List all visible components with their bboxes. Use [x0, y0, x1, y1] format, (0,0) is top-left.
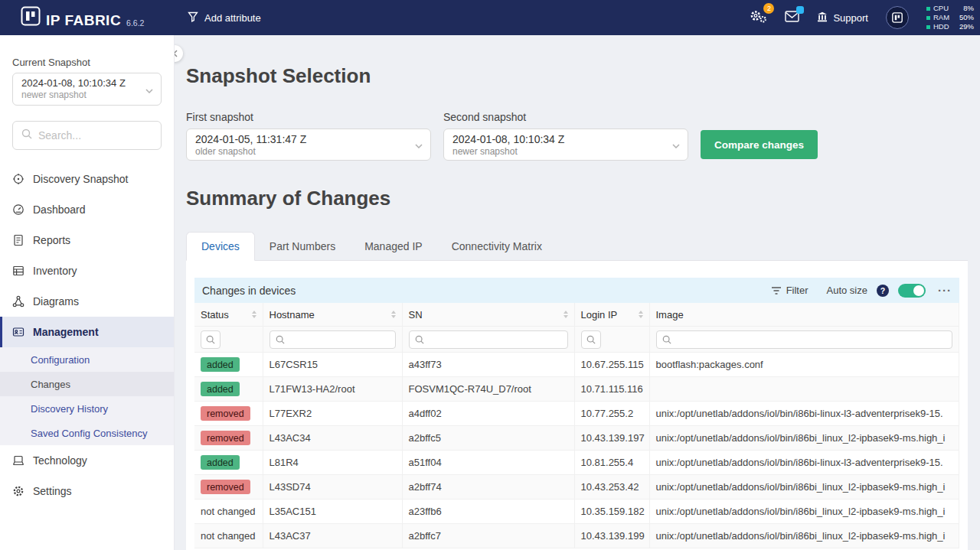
image-cell: unix:/opt/unetlab/addons/iol/bin/i86bi_l… — [649, 475, 959, 500]
table-row[interactable]: added L67CSR15 a43ff73 10.67.255.115 boo… — [194, 353, 959, 377]
add-attribute-button[interactable]: Add attribute — [175, 11, 261, 24]
add-attribute-label: Add attribute — [204, 12, 261, 24]
image-filter-input[interactable] — [656, 330, 953, 349]
sidebar-item-diagrams[interactable]: Diagrams — [0, 286, 174, 317]
system-gears-button[interactable]: 2 — [749, 8, 767, 27]
sort-icon — [634, 311, 643, 318]
hostname-cell: L81R4 — [263, 451, 402, 475]
user-avatar[interactable] — [886, 6, 909, 29]
filter-button[interactable]: Filter — [771, 285, 808, 296]
login-ip-cell: 10.71.115.116 — [574, 377, 649, 402]
chevron-left-icon — [175, 50, 178, 57]
auto-size-label: Auto size — [827, 285, 867, 296]
management-submenu: Configuration Changes Discovery History … — [0, 347, 174, 445]
gears-badge: 2 — [763, 3, 774, 14]
help-icon[interactable]: ? — [877, 285, 889, 297]
table-row[interactable]: removed L43AC34 a2bffc5 10.43.139.197 un… — [194, 426, 959, 451]
auto-size-toggle[interactable] — [898, 284, 926, 298]
login-ip-cell: 10.35.159.182 — [574, 500, 649, 524]
current-snapshot-label: Current Snapshot — [12, 57, 162, 68]
sn-filter-input[interactable] — [409, 330, 568, 349]
login-ip-filter-input[interactable] — [581, 330, 601, 349]
management-icon — [12, 326, 24, 338]
snapshot-pickers: First snapshot 2024-01-05, 11:31:47 Z ol… — [186, 111, 968, 161]
table-row[interactable]: not changed L35AC151 a23ffb6 10.35.159.1… — [194, 500, 959, 524]
sidebar-item-dashboard[interactable]: Dashboard — [0, 194, 174, 225]
column-header-status[interactable]: Status — [194, 303, 263, 327]
cpu-dot-icon — [926, 7, 930, 11]
mail-button[interactable] — [785, 11, 799, 25]
status-badge: removed — [201, 480, 250, 494]
status-filter-input[interactable] — [201, 330, 220, 349]
page-title: Snapshot Selection — [186, 64, 968, 88]
status-badge: added — [201, 455, 240, 470]
ram-dot-icon — [926, 16, 930, 20]
compare-changes-button[interactable]: Compare changes — [701, 130, 818, 159]
sidebar-item-management[interactable]: Management — [0, 317, 174, 347]
sn-cell: a2bffc5 — [402, 426, 574, 451]
hostname-cell: L43SD74 — [263, 475, 402, 500]
column-header-hostname[interactable]: Hostname — [263, 303, 402, 327]
building-icon — [817, 11, 828, 24]
current-snapshot-select[interactable]: 2024-01-08, 10:10:34 Z newer snapshot — [12, 73, 162, 106]
status-text: not changed — [201, 530, 256, 542]
sidebar-item-saved-config-consistency[interactable]: Saved Config Consistency — [0, 421, 174, 445]
table-header-row: Status Hostname SN Login IP Image — [194, 303, 959, 327]
current-snapshot-sub: newer snapshot — [21, 89, 141, 101]
second-snapshot-select[interactable]: 2024-01-08, 10:10:34 Z newer snapshot — [443, 129, 688, 161]
image-cell: unix:/opt/unetlab/addons/iol/bin/i86bi_l… — [649, 426, 959, 451]
widget-header: Changes in devices Filter Auto size ? ··… — [194, 278, 959, 303]
brand: IP FABRIC 6.6.2 — [0, 6, 175, 29]
devices-table: Status Hostname SN Login IP Image added — [194, 303, 959, 548]
status-badge: removed — [201, 406, 250, 421]
sidebar-item-changes[interactable]: Changes — [0, 372, 174, 396]
ram-stat: RAM 50% — [926, 14, 974, 21]
sn-cell: a2bffc7 — [402, 524, 574, 548]
status-cell: removed — [194, 426, 263, 451]
table-row[interactable]: added L81R4 a51ff04 10.81.255.4 unix:/op… — [194, 451, 959, 475]
toggle-knob — [913, 285, 924, 296]
app-version: 6.6.2 — [126, 17, 144, 29]
search-icon — [276, 335, 285, 344]
tab-devices[interactable]: Devices — [186, 232, 255, 261]
summary-title: Summary of Changes — [186, 187, 968, 210]
status-cell: added — [194, 377, 263, 402]
more-options-button[interactable]: ··· — [938, 284, 952, 297]
technology-icon — [12, 454, 24, 467]
support-button[interactable]: Support — [817, 11, 868, 24]
sidebar-item-discovery-history[interactable]: Discovery History — [0, 396, 174, 421]
table-row[interactable]: removed L43SD74 a2bff74 10.43.253.42 uni… — [194, 475, 959, 500]
brand-name: IP FABRIC — [46, 12, 121, 29]
tab-part-numbers[interactable]: Part Numbers — [255, 232, 350, 260]
sidebar-item-settings[interactable]: Settings — [0, 476, 174, 506]
sidebar-item-reports[interactable]: Reports — [0, 225, 174, 255]
sidebar-collapse-button[interactable] — [175, 45, 183, 62]
table-row[interactable]: not changed L43AC37 a2bffc7 10.43.139.19… — [194, 524, 959, 548]
tab-connectivity-matrix[interactable]: Connectivity Matrix — [437, 232, 557, 260]
hostname-cell: L35AC151 — [263, 500, 402, 524]
column-header-login-ip[interactable]: Login IP — [574, 303, 649, 327]
login-ip-cell: 10.43.253.42 — [574, 475, 649, 500]
sidebar-item-discovery-snapshot[interactable]: Discovery Snapshot — [0, 164, 174, 194]
sidebar-item-inventory[interactable]: Inventory — [0, 255, 174, 286]
search-icon — [21, 129, 32, 142]
tab-managed-ip[interactable]: Managed IP — [350, 232, 437, 260]
status-cell: not changed — [194, 500, 263, 524]
sidebar-search[interactable] — [12, 121, 162, 150]
column-header-sn[interactable]: SN — [402, 303, 574, 327]
settings-gear-icon — [12, 485, 24, 497]
search-input[interactable] — [38, 129, 175, 142]
first-snapshot-select[interactable]: 2024-01-05, 11:31:47 Z older snapshot — [186, 129, 431, 161]
sn-cell: a51ff04 — [402, 451, 574, 475]
sidebar-item-configuration[interactable]: Configuration — [0, 347, 174, 372]
search-icon — [662, 335, 671, 344]
column-header-image[interactable]: Image — [649, 303, 959, 327]
sn-cell: a23ffb6 — [402, 500, 574, 524]
main-content: Snapshot Selection First snapshot 2024-0… — [175, 35, 980, 550]
sidebar-item-technology[interactable]: Technology — [0, 445, 174, 476]
table-row[interactable]: added L71FW13-HA2/root FOSVM1QC-R74U_D7/… — [194, 377, 959, 402]
image-cell: bootflash:packages.conf — [649, 353, 959, 377]
login-ip-cell: 10.67.255.115 — [574, 353, 649, 377]
hostname-filter-input[interactable] — [270, 330, 396, 349]
table-row[interactable]: removed L77EXR2 a4dff02 10.77.255.2 unix… — [194, 402, 959, 426]
